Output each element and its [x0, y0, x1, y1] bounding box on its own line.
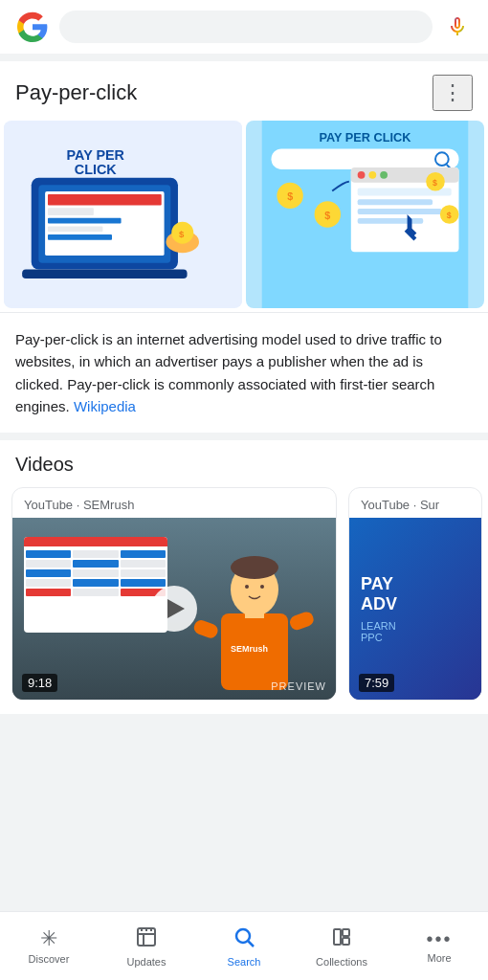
description-text: Pay-per-click is an internet advertising…: [15, 331, 442, 414]
ppc-image-2[interactable]: PAY PER CLICK $ $: [246, 121, 484, 308]
ppc-image-1[interactable]: $ PAY PER CLICK: [4, 121, 242, 308]
nav-label-discover: Discover: [29, 953, 70, 965]
nav-item-collections[interactable]: Collections: [293, 918, 390, 975]
svg-point-26: [358, 171, 366, 179]
video-source-1: YouTube · SEMrush: [12, 488, 336, 518]
search-input[interactable]: ppc campaign: [75, 18, 417, 35]
video-duration-1: 9:18: [22, 674, 57, 692]
video-thumbnail-1[interactable]: SEMrush 9:18 PREVIEW: [12, 518, 336, 700]
panel-header: Pay-per-click ⋮: [0, 61, 488, 121]
panel-title: Pay-per-click: [15, 80, 137, 105]
svg-text:SEMrush: SEMrush: [231, 644, 268, 654]
svg-point-42: [260, 585, 264, 589]
search-icon: [233, 925, 255, 952]
svg-text:$: $: [287, 190, 293, 202]
svg-rect-9: [22, 269, 187, 278]
nav-item-search[interactable]: Search: [195, 918, 293, 975]
svg-rect-31: [358, 209, 442, 214]
play-button-1[interactable]: [151, 586, 197, 632]
updates-icon: [135, 925, 158, 952]
svg-text:$: $: [179, 229, 185, 239]
svg-rect-8: [48, 234, 112, 240]
svg-text:$: $: [433, 178, 437, 188]
video-thumbnail-2[interactable]: PAY ADV LEARN PPC 7:59: [349, 518, 481, 700]
videos-section: Videos YouTube · SEMrush: [0, 440, 488, 714]
svg-point-41: [245, 585, 249, 589]
nav-item-updates[interactable]: Updates: [98, 918, 195, 975]
nav-label-search: Search: [228, 956, 261, 968]
svg-point-28: [380, 171, 388, 179]
description-section: Pay-per-click is an internet advertising…: [0, 312, 488, 433]
svg-point-27: [368, 171, 376, 179]
svg-text:PAY PER: PAY PER: [67, 147, 125, 163]
svg-rect-43: [192, 618, 219, 640]
svg-line-50: [249, 941, 255, 947]
svg-text:$: $: [447, 211, 452, 220]
overlay-line3: LEARN: [361, 620, 396, 632]
overlay-line4: PPC: [361, 632, 383, 643]
svg-rect-4: [48, 194, 162, 205]
overlay-line1: PAY: [361, 574, 393, 595]
search-bar: ppc campaign: [0, 0, 488, 54]
svg-rect-7: [48, 226, 102, 232]
svg-rect-51: [334, 929, 341, 945]
videos-scroll: YouTube · SEMrush: [0, 487, 488, 701]
video-source-2: YouTube · Sur: [349, 488, 481, 518]
preview-label-1: PREVIEW: [271, 680, 326, 692]
screen-mockup: [24, 537, 167, 633]
google-logo: [15, 10, 50, 44]
nav-label-updates: Updates: [127, 956, 166, 968]
svg-rect-44: [288, 610, 316, 632]
nav-label-more: More: [427, 952, 451, 964]
svg-point-49: [236, 929, 250, 943]
nav-item-discover[interactable]: ✳ Discover: [0, 921, 98, 972]
nav-item-more[interactable]: ••• More: [390, 922, 488, 971]
video-card-2[interactable]: YouTube · Sur PAY ADV LEARN PPC 7:59: [348, 487, 482, 701]
wikipedia-link[interactable]: Wikipedia: [74, 398, 136, 414]
overlay-line2: ADV: [361, 594, 397, 614]
svg-text:PAY PER CLICK: PAY PER CLICK: [319, 130, 411, 145]
svg-rect-32: [358, 218, 424, 224]
svg-text:CLICK: CLICK: [75, 162, 118, 177]
collections-icon: [330, 925, 353, 952]
knowledge-panel: Pay-per-click ⋮: [0, 61, 488, 433]
svg-rect-6: [48, 218, 122, 224]
svg-rect-52: [343, 929, 349, 936]
more-options-button[interactable]: ⋮: [433, 75, 473, 111]
svg-rect-5: [48, 208, 94, 215]
svg-point-40: [231, 556, 278, 579]
mic-button[interactable]: [442, 11, 473, 42]
svg-rect-30: [358, 199, 433, 205]
video-duration-2: 7:59: [359, 674, 394, 692]
images-strip: $ PAY PER CLICK PAY PER CLICK $ $: [0, 121, 488, 312]
svg-rect-53: [343, 938, 349, 945]
more-icon: •••: [426, 929, 452, 948]
video-card-1[interactable]: YouTube · SEMrush: [11, 487, 337, 701]
videos-title: Videos: [0, 454, 488, 487]
nav-label-collections: Collections: [316, 956, 367, 968]
svg-rect-17: [272, 148, 459, 169]
discover-icon: ✳: [40, 928, 57, 949]
video-overlay: PAY ADV LEARN PPC: [349, 518, 481, 700]
bottom-nav: ✳ Discover Updates Search: [0, 911, 488, 980]
svg-text:$: $: [324, 210, 330, 221]
search-input-wrapper[interactable]: ppc campaign: [59, 11, 433, 43]
